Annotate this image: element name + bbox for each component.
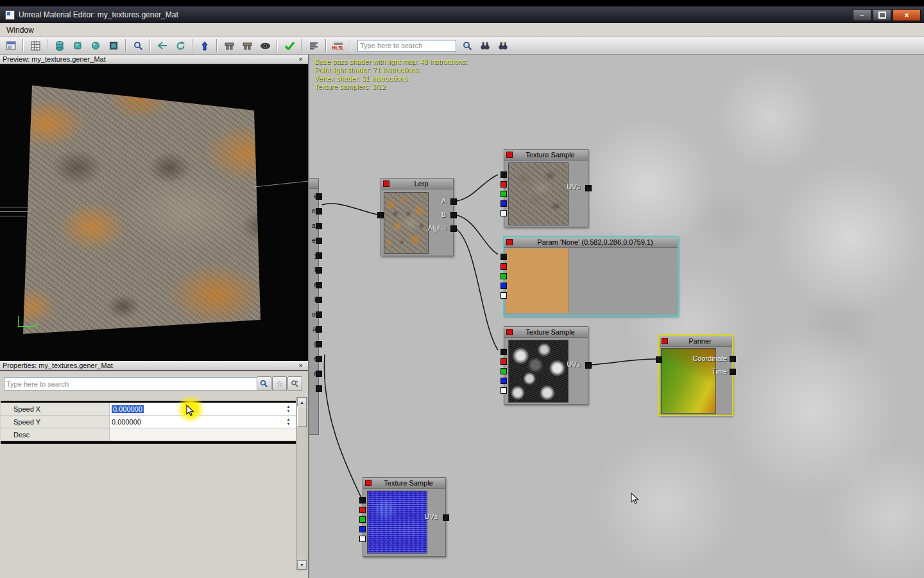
menu-window[interactable]: Window — [0, 24, 40, 36]
material-input-connector[interactable] — [316, 385, 322, 392]
material-input-connector[interactable] — [316, 238, 322, 244]
preview-plane-button[interactable] — [105, 38, 123, 53]
green-output-connector[interactable] — [501, 191, 507, 197]
hide-unconnected-button[interactable] — [256, 38, 274, 53]
node-texture-sample-top[interactable]: Texture Sample UVs — [504, 149, 588, 227]
desc-field[interactable] — [110, 428, 296, 441]
material-input-connector[interactable] — [316, 371, 322, 377]
properties-scrollbar[interactable]: ▲ ▼ — [296, 397, 307, 570]
node-vector-parameter[interactable]: Param 'None' (0.582,0.286,0.0759,1) — [504, 236, 678, 316]
lerp-input-a-connector[interactable] — [450, 198, 457, 205]
alpha-output-connector[interactable] — [359, 536, 366, 542]
speed-x-value[interactable]: 0.000000 — [112, 405, 144, 413]
red-output-connector[interactable] — [501, 358, 507, 365]
minimize-button[interactable]: – — [853, 9, 871, 21]
preview-viewport[interactable]: Y — [0, 64, 309, 360]
node-header[interactable]: Texture Sample — [504, 150, 588, 161]
lerp-input-b-connector[interactable] — [450, 212, 457, 218]
preview-sphere-button[interactable] — [87, 38, 105, 53]
node-header[interactable]: Texture Sample — [504, 327, 588, 338]
node-texture-sample-bottom[interactable]: Texture Sample UVs — [363, 477, 446, 557]
rgb-output-connector[interactable] — [501, 254, 507, 260]
blue-output-connector[interactable] — [501, 200, 507, 207]
node-header[interactable]: Param 'None' (0.582,0.286,0.0759,1) — [504, 237, 678, 248]
material-input-connector[interactable] — [316, 311, 322, 318]
scroll-up-button[interactable]: ▲ — [297, 398, 307, 407]
lerp-input-alpha-connector[interactable] — [450, 225, 457, 232]
lerp-output-connector[interactable] — [377, 212, 384, 218]
uvs-input-connector[interactable] — [585, 185, 592, 191]
red-output-connector[interactable] — [501, 263, 507, 270]
apply-changes-button[interactable] — [280, 38, 298, 53]
title-bar[interactable]: Unreal Material Editor: my_textures.gene… — [0, 6, 924, 23]
clamp-texture-alt-button[interactable] — [238, 38, 256, 53]
find-previous-button[interactable] — [494, 38, 512, 53]
node-header[interactable]: Texture Sample — [363, 478, 445, 489]
realtime-preview-toggle[interactable] — [383, 180, 389, 187]
blue-output-connector[interactable] — [359, 526, 366, 532]
alpha-output-connector[interactable] — [501, 387, 507, 394]
material-input-connector[interactable] — [316, 356, 322, 362]
material-input-connector[interactable] — [316, 252, 322, 259]
scrollbar-thumb[interactable] — [297, 407, 307, 427]
preview-close-icon[interactable]: × — [296, 55, 305, 64]
red-output-connector[interactable] — [359, 507, 366, 513]
use-current-texture-button[interactable] — [196, 38, 214, 53]
toolbar-search-button[interactable] — [458, 38, 476, 53]
material-input-connector[interactable] — [316, 341, 322, 347]
node-texture-sample-middle[interactable]: Texture Sample UVs — [504, 326, 588, 405]
realtime-preview-toggle[interactable] — [365, 480, 372, 486]
node-header[interactable]: Panner — [660, 336, 732, 347]
zoom-to-fit-button[interactable] — [129, 38, 147, 53]
uvs-input-connector[interactable] — [585, 362, 592, 369]
rgb-output-connector[interactable] — [359, 497, 366, 504]
speed-x-spinner[interactable]: ▲▼ — [285, 403, 292, 414]
uvs-input-connector[interactable] — [443, 514, 449, 521]
speed-y-spinner[interactable]: ▲▼ — [285, 416, 292, 427]
toggle-grid-button[interactable] — [26, 38, 44, 53]
realtime-preview-toggle[interactable] — [506, 152, 513, 158]
green-output-connector[interactable] — [501, 273, 507, 279]
favorites-button[interactable]: ☆ — [272, 376, 287, 391]
blue-output-connector[interactable] — [501, 378, 507, 384]
red-output-connector[interactable] — [501, 181, 507, 188]
view-hlsl-button[interactable]: HLSL — [329, 38, 347, 53]
realtime-preview-toggle[interactable] — [662, 338, 668, 344]
find-next-button[interactable] — [476, 38, 494, 53]
properties-search-button[interactable] — [257, 376, 271, 391]
realtime-preview-toggle[interactable] — [506, 329, 513, 335]
back-button[interactable] — [153, 38, 171, 53]
alpha-output-connector[interactable] — [501, 210, 507, 216]
material-input-connector[interactable] — [316, 267, 322, 274]
property-row-desc[interactable]: Desc — [1, 428, 296, 441]
green-output-connector[interactable] — [501, 368, 507, 374]
properties-search-input[interactable] — [4, 377, 258, 390]
speed-y-field[interactable]: 0.000000 — [110, 416, 296, 428]
blue-output-connector[interactable] — [501, 283, 507, 289]
material-input-connector[interactable] — [316, 223, 322, 229]
rgb-output-connector[interactable] — [501, 349, 507, 355]
toggle-preview-background-button[interactable] — [2, 38, 20, 53]
coordinate-input-connector[interactable] — [730, 356, 736, 362]
rgb-output-connector[interactable] — [501, 171, 507, 178]
maximize-button[interactable] — [873, 9, 891, 21]
material-input-connector[interactable] — [316, 326, 322, 333]
material-graph-canvas[interactable]: Base pass shader with light map: 48 inst… — [309, 55, 924, 578]
scroll-down-button[interactable]: ▼ — [297, 560, 307, 570]
node-panner[interactable]: Panner Coordinate Time — [659, 335, 733, 416]
node-header[interactable]: Lerp — [381, 179, 453, 189]
node-material-root[interactable]: e er ar er y k n k or al g e n t — [309, 178, 319, 435]
realtime-preview-toggle[interactable] — [506, 239, 513, 245]
green-output-connector[interactable] — [359, 516, 366, 523]
material-input-connector[interactable] — [316, 193, 322, 200]
preview-cube-button[interactable] — [69, 38, 87, 53]
close-button[interactable]: × — [893, 9, 921, 21]
material-input-connector[interactable] — [316, 282, 322, 288]
panner-output-connector[interactable] — [656, 356, 662, 363]
toggle-stats-button[interactable] — [305, 38, 323, 53]
speed-y-value[interactable]: 0.000000 — [112, 418, 141, 426]
toolbar-search-input[interactable] — [357, 40, 456, 52]
clamp-texture-button[interactable] — [220, 38, 238, 53]
property-row-speed-x[interactable]: Speed X 0.000000 ▲▼ — [1, 403, 296, 416]
time-input-connector[interactable] — [730, 369, 736, 375]
